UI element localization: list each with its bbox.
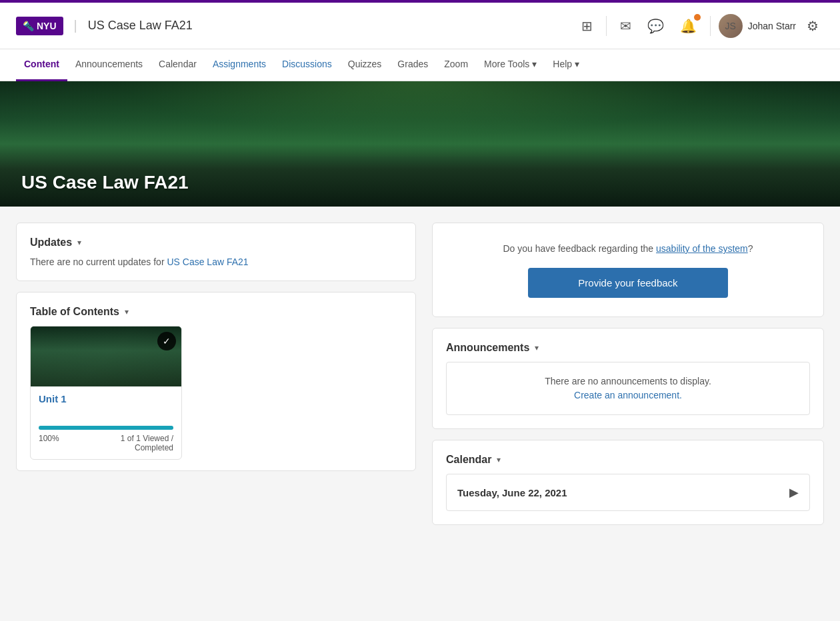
unit-thumbnail: ✓ (31, 326, 181, 386)
announcements-header[interactable]: Announcements ▾ (446, 342, 810, 354)
updates-title: Updates (30, 237, 72, 249)
header-right: ⊞ ✉ 💬 🔔 JS Johan Starr ⚙ (576, 13, 824, 39)
hero-banner: US Case Law FA21 (0, 81, 840, 207)
toc-card: Table of Contents ▾ ✓ Unit 1 1 (16, 292, 416, 471)
unit-card[interactable]: ✓ Unit 1 100% 1 of 1 Viewed / Completed (30, 326, 182, 460)
header-divider-v2 (710, 16, 711, 36)
nav-announcements[interactable]: Announcements (67, 49, 151, 81)
toc-title: Table of Contents (30, 306, 119, 318)
user-name: Johan Starr (748, 21, 796, 31)
notification-wrapper: 🔔 (675, 13, 702, 39)
nav-zoom[interactable]: Zoom (436, 49, 476, 81)
feedback-usability-link[interactable]: usability of the system (656, 243, 748, 254)
header-left: 🔦 NYU | US Case Law FA21 (16, 17, 193, 35)
settings-icon: ⚙ (807, 18, 819, 34)
updates-chevron-icon: ▾ (77, 238, 81, 247)
nav-more-tools[interactable]: More Tools ▾ (476, 49, 545, 81)
announcements-box: There are no announcements to display. C… (446, 362, 810, 415)
calendar-chevron-icon: ▾ (497, 455, 501, 464)
nav-bar: Content Announcements Calendar Assignmen… (0, 49, 840, 81)
feedback-card: Do you have feedback regarding the usabi… (432, 223, 824, 317)
unit-progress-percent: 100% (39, 434, 59, 452)
nav-discussions-label: Discussions (282, 59, 332, 69)
hero-title: US Case Law FA21 (0, 172, 210, 207)
nav-grades-label: Grades (397, 59, 428, 69)
announcements-empty-text: There are no announcements to display. (460, 376, 796, 386)
nav-zoom-label: Zoom (444, 59, 468, 69)
chevron-down-icon-help: ▾ (575, 59, 579, 69)
nav-calendar[interactable]: Calendar (151, 49, 205, 81)
header-divider: | (74, 18, 77, 33)
nav-assignments[interactable]: Assignments (205, 49, 274, 81)
updates-header[interactable]: Updates ▾ (30, 237, 402, 249)
nyu-logo[interactable]: 🔦 NYU (16, 17, 63, 35)
announcements-title: Announcements (446, 342, 529, 354)
nyu-logo-text: NYU (37, 21, 57, 31)
feedback-button[interactable]: Provide your feedback (528, 268, 728, 298)
avatar-initials: JS (725, 21, 735, 31)
unit-info: Unit 1 100% 1 of 1 Viewed / Completed (31, 386, 181, 459)
bell-icon: 🔔 (680, 18, 697, 34)
nav-more-tools-label: More Tools (484, 59, 529, 69)
toc-chevron-icon: ▾ (125, 307, 129, 316)
main-content: Updates ▾ There are no current updates f… (0, 207, 840, 541)
nav-calendar-label: Calendar (159, 59, 197, 69)
unit-viewed: 1 of 1 Viewed / Completed (121, 434, 173, 452)
mail-icon: ✉ (620, 18, 631, 34)
calendar-card: Calendar ▾ Tuesday, June 22, 2021 ▶ (432, 440, 824, 525)
user-info[interactable]: JS Johan Starr (719, 14, 796, 38)
calendar-next-button[interactable]: ▶ (789, 485, 799, 500)
unit-progress-bar-fill (39, 426, 173, 430)
updates-text: There are no current updates for US Case… (30, 257, 402, 267)
notification-badge (694, 14, 701, 21)
nav-assignments-label: Assignments (213, 59, 266, 69)
nav-help-label: Help (553, 59, 572, 69)
calendar-header[interactable]: Calendar ▾ (446, 454, 810, 466)
grid-button[interactable]: ⊞ (576, 13, 598, 39)
calendar-date: Tuesday, June 22, 2021 (457, 487, 567, 498)
updates-text-prefix: There are no current updates for (30, 257, 167, 267)
header: 🔦 NYU | US Case Law FA21 ⊞ ✉ 💬 🔔 JS Joha… (0, 3, 840, 49)
unit-progress-text: 100% 1 of 1 Viewed / Completed (39, 434, 173, 452)
announcements-card: Announcements ▾ There are no announcemen… (432, 328, 824, 429)
chat-button[interactable]: 💬 (642, 13, 669, 39)
nav-content[interactable]: Content (16, 49, 67, 81)
hero-aurora (0, 81, 840, 157)
calendar-row: Tuesday, June 22, 2021 ▶ (446, 474, 810, 511)
nav-discussions[interactable]: Discussions (274, 49, 340, 81)
feedback-question: Do you have feedback regarding the usabi… (449, 242, 807, 256)
unit-name: Unit 1 (39, 393, 173, 404)
header-divider-v1 (606, 16, 607, 36)
nav-help[interactable]: Help ▾ (545, 49, 587, 81)
left-column: Updates ▾ There are no current updates f… (16, 223, 416, 525)
nav-quizzes[interactable]: Quizzes (340, 49, 390, 81)
create-announcement-link[interactable]: Create an announcement. (574, 390, 682, 400)
mail-button[interactable]: ✉ (615, 13, 637, 39)
announcements-chevron-icon: ▾ (535, 343, 539, 352)
right-column: Do you have feedback regarding the usabi… (432, 223, 824, 525)
toc-header[interactable]: Table of Contents ▾ (30, 306, 402, 318)
nav-announcements-label: Announcements (75, 59, 143, 69)
nav-content-label: Content (24, 59, 59, 69)
grid-icon: ⊞ (581, 18, 593, 34)
nyu-torch-icon: 🔦 (23, 21, 34, 31)
avatar: JS (719, 14, 743, 38)
chevron-down-icon: ▾ (532, 59, 537, 69)
settings-button[interactable]: ⚙ (801, 13, 824, 39)
nav-quizzes-label: Quizzes (348, 59, 382, 69)
updates-card: Updates ▾ There are no current updates f… (16, 223, 416, 281)
nav-grades[interactable]: Grades (389, 49, 436, 81)
unit-check-icon: ✓ (157, 332, 176, 350)
unit-progress-bar-bg (39, 426, 173, 430)
chat-icon: 💬 (647, 18, 664, 34)
chevron-right-icon: ▶ (789, 486, 799, 499)
course-title-header: US Case Law FA21 (88, 19, 193, 33)
calendar-title: Calendar (446, 454, 491, 466)
updates-course-link[interactable]: US Case Law FA21 (167, 257, 248, 267)
